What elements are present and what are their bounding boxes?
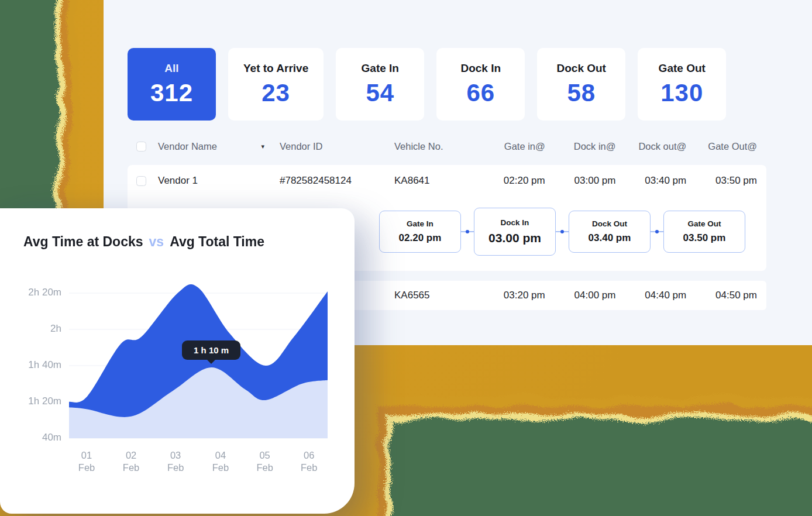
- status-card-row: All 312 Yet to Arrive 23 Gate In 54 Dock…: [128, 48, 726, 121]
- status-card-label: Gate In: [362, 62, 399, 75]
- timeline-step-label: Dock In: [501, 218, 529, 227]
- y-axis-tick-label: 2h 20m: [6, 287, 61, 298]
- chart-tooltip: 1 h 10 m: [182, 340, 240, 360]
- cell-dock-out: 03:40 pm: [625, 175, 696, 187]
- y-axis-tick-label: 2h: [6, 323, 61, 335]
- status-card-value: 312: [150, 79, 193, 107]
- cell-dock-out: 04:40 pm: [625, 290, 696, 301]
- chart-card: Avg Time at DocksvsAvg Total Time 2h 20m…: [0, 208, 355, 514]
- timeline-step-gate-out: Gate Out 03.50 pm: [663, 211, 745, 253]
- timeline-step-label: Dock Out: [592, 219, 627, 228]
- chart-title: Avg Time at DocksvsAvg Total Time: [23, 234, 264, 250]
- x-axis-tick-label: 02Feb: [113, 449, 149, 474]
- background-green-block-top-left: [0, 0, 56, 215]
- timeline-step-time: 03.40 pm: [589, 232, 631, 244]
- row-checkbox[interactable]: [136, 176, 146, 186]
- x-axis-tick-label: 03Feb: [158, 449, 193, 474]
- cell-vehicle-no: KA8641: [387, 175, 484, 187]
- header-vendor-id: Vendor ID: [275, 141, 387, 152]
- y-axis-tick-label: 1h 40m: [6, 359, 61, 371]
- y-axis-tick-label: 40m: [6, 432, 61, 443]
- x-axis-tick-label: 06Feb: [291, 449, 326, 474]
- background-green-block-bottom-right: [391, 420, 812, 516]
- timeline-step-time: 03.50 pm: [683, 232, 726, 244]
- vehicle-timeline-stepper: Gate In 02.20 pm Dock In 03.00 pm Dock O…: [379, 201, 745, 262]
- header-vehicle-no: Vehicle No.: [387, 141, 484, 152]
- cell-gate-out: 04:50 pm: [696, 290, 766, 301]
- cell-gate-in: 03:20 pm: [484, 290, 555, 301]
- status-card-dock-out[interactable]: Dock Out 58: [537, 48, 625, 121]
- status-card-dock-in[interactable]: Dock In 66: [436, 48, 525, 121]
- chart-title-vs: vs: [149, 234, 164, 249]
- timeline-step-dock-out: Dock Out 03.40 pm: [569, 211, 651, 253]
- timeline-step-label: Gate Out: [687, 219, 721, 228]
- status-card-value: 66: [466, 79, 495, 107]
- status-card-gate-out[interactable]: Gate Out 130: [638, 48, 726, 121]
- header-gate-out: Gate Out@: [696, 141, 766, 152]
- status-card-label: Dock In: [460, 62, 501, 75]
- status-card-value: 58: [567, 79, 596, 107]
- cell-vehicle-no: KA6565: [387, 290, 484, 301]
- timeline-step-dock-in: Dock In 03.00 pm: [474, 208, 556, 256]
- timeline-connector-dot: [461, 231, 474, 232]
- chart-title-right: Avg Total Time: [170, 234, 264, 249]
- status-card-all[interactable]: All 312: [128, 48, 216, 121]
- chart-title-left: Avg Time at Docks: [23, 234, 143, 249]
- status-card-gate-in[interactable]: Gate In 54: [336, 48, 424, 121]
- status-card-value: 23: [262, 79, 290, 107]
- x-axis-tick-label: 04Feb: [203, 449, 238, 474]
- header-dock-out: Dock out@: [625, 141, 696, 152]
- timeline-step-time: 03.00 pm: [488, 231, 541, 245]
- cell-vendor-id: #782582458124: [275, 175, 387, 187]
- sort-caret-down-icon[interactable]: ▾: [261, 143, 264, 150]
- timeline-step-gate-in: Gate In 02.20 pm: [379, 211, 461, 253]
- cell-vendor-name: Vendor 1: [158, 175, 275, 187]
- cell-gate-in: 02:20 pm: [484, 175, 555, 187]
- status-card-value: 54: [366, 79, 394, 107]
- timeline-step-label: Gate In: [407, 219, 433, 228]
- x-axis-tick-label: 01Feb: [69, 449, 104, 474]
- timeline-step-time: 02.20 pm: [399, 232, 442, 244]
- x-axis-tick-label: 05Feb: [247, 449, 283, 474]
- y-axis-tick-label: 1h 20m: [6, 395, 61, 407]
- select-all-checkbox[interactable]: [136, 142, 146, 152]
- cell-dock-in: 04:00 pm: [555, 290, 625, 301]
- status-card-yet-to-arrive[interactable]: Yet to Arrive 23: [228, 48, 324, 121]
- header-dock-in: Dock in@: [555, 141, 625, 152]
- cell-dock-in: 03:00 pm: [555, 175, 625, 187]
- timeline-connector-dot: [556, 231, 569, 232]
- header-gate-in: Gate in@: [484, 141, 555, 152]
- cell-gate-out: 03:50 pm: [696, 175, 766, 187]
- status-card-label: Yet to Arrive: [243, 62, 308, 75]
- status-card-label: Gate Out: [659, 62, 706, 75]
- table-header-row: Vendor Name ▾ Vendor ID Vehicle No. Gate…: [128, 137, 766, 156]
- area-chart-plot[interactable]: [69, 284, 328, 439]
- status-card-label: All: [164, 62, 178, 75]
- status-card-label: Dock Out: [557, 62, 606, 75]
- status-card-value: 130: [660, 79, 703, 107]
- timeline-connector-dot: [651, 231, 663, 232]
- header-vendor-name: Vendor Name ▾: [158, 141, 275, 152]
- table-row[interactable]: Vendor 1 #782582458124 KA8641 02:20 pm 0…: [128, 165, 766, 197]
